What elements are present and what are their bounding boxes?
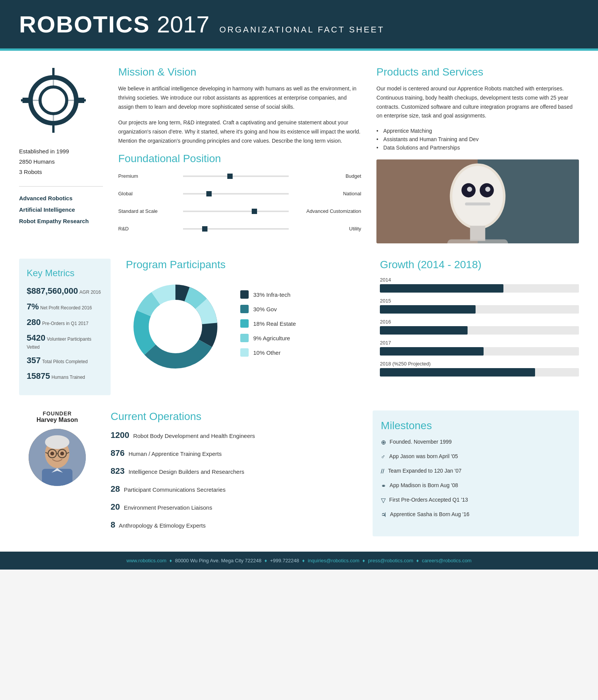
header: ROBOTICS 2017 ORGANIZATIONAL FACT SHEET <box>0 0 598 48</box>
fill-2018 <box>380 368 535 377</box>
svg-rect-11 <box>23 98 29 103</box>
legend-dot-5 <box>240 348 249 357</box>
svg-point-38 <box>60 452 64 455</box>
footer-website[interactable]: www.robotics.com <box>127 558 167 563</box>
fp-right-4: Utility <box>293 226 361 232</box>
ops-num-2: 876 <box>111 448 125 458</box>
key-metrics: Key Metrics $887,560,000 AGR 2016 7% Net… <box>19 259 111 395</box>
fp-track-4 <box>183 228 289 230</box>
founder-photo <box>29 429 86 486</box>
footer-phone: +999.722248 <box>270 558 299 563</box>
milestone-icon-2: ♂ <box>381 452 386 462</box>
milestone-icon-3: // <box>381 467 384 476</box>
founder-name: Harvey Mason <box>37 417 78 423</box>
legend: 33% Infra-tech 30% Gov 18% Real Estate 9… <box>240 290 365 363</box>
fp-row-2: Global National <box>118 188 361 199</box>
donut-section: 33% Infra-tech 30% Gov 18% Real Estate 9… <box>126 277 365 376</box>
legend-1: 33% Infra-tech <box>240 290 365 299</box>
milestone-text-4: App Madison is Born Aug '08 <box>390 481 458 489</box>
legend-3: 18% Real Estate <box>240 319 365 328</box>
footer-email-careers[interactable]: careers@robotics.com <box>422 558 471 563</box>
svg-point-28 <box>151 302 200 351</box>
svg-point-1 <box>40 87 67 114</box>
fp-right-1: Budget <box>293 173 361 179</box>
footer-email-press[interactable]: press@robotics.com <box>368 558 413 563</box>
legend-dot-4 <box>240 334 249 342</box>
fill-2017 <box>380 347 483 356</box>
km-1: $887,560,000 AGR 2016 <box>27 285 103 297</box>
fp-row-1: Premium Budget <box>118 171 361 182</box>
km-big-3: 280 <box>27 317 41 327</box>
divider <box>19 186 103 187</box>
ops-num-4: 28 <box>111 484 120 494</box>
org-info: Established in 1999 2850 Humans 3 Robots <box>19 146 103 177</box>
donut-chart <box>126 277 225 376</box>
ops-2: 876 Human / Apprentice Training Experts <box>111 447 357 459</box>
established: Established in 1999 <box>19 146 103 156</box>
svg-rect-21 <box>470 226 485 241</box>
growth-section: Growth (2014 - 2018) 2014 2015 2016 <box>380 259 579 395</box>
milestone-icon-5: ▽ <box>381 496 386 505</box>
ops-text-3: Intelligence Design Builders and Researc… <box>129 468 244 475</box>
fp-right-2: National <box>293 191 361 196</box>
milestone-6: ♃ Apprentice Sasha is Born Aug '16 <box>381 510 571 520</box>
fp-track-1 <box>183 175 289 177</box>
track-2014 <box>380 284 579 293</box>
mission-para1: We believe in artificial intelligence de… <box>118 84 361 111</box>
ops-num-6: 8 <box>111 520 115 529</box>
third-row: FOUNDER Harvey Mason <box>0 410 598 552</box>
km-small-2: Net Profit Recorded 2016 <box>40 305 92 311</box>
fp-left-2: Global <box>118 191 179 196</box>
svg-rect-39 <box>42 469 72 486</box>
fp-track-3 <box>183 211 289 212</box>
current-ops: Current Operations 1200 Robot Body Devel… <box>111 410 357 536</box>
growth-bar-2018: 2018 (%250 Projected) <box>380 361 579 377</box>
km-small-6: Humans Trained <box>51 375 85 380</box>
legend-label-3: 18% Real Estate <box>253 320 296 327</box>
milestone-text-5: First Pre-Orders Accepted Q1 '13 <box>389 496 468 504</box>
right-column: Products and Services Our model is cente… <box>376 66 579 243</box>
year-2014: 2014 <box>380 277 579 283</box>
footer-address: 80000 Wu Ping Ave. Mega City 722248 <box>175 558 261 563</box>
products-heading: Products and Services <box>376 66 579 78</box>
milestone-4: ⚭ App Madison is Born Aug '08 <box>381 481 571 491</box>
km-big-2: 7% <box>27 302 39 311</box>
products-bullets: Apprentice Matching Assistants and Human… <box>376 127 579 152</box>
km-big-1: $887,560,000 <box>27 286 78 296</box>
fp-left-4: R&D <box>118 226 179 232</box>
milestone-5: ▽ First Pre-Orders Accepted Q1 '13 <box>381 496 571 505</box>
ops-heading: Current Operations <box>111 410 357 423</box>
legend-dot-1 <box>240 290 249 299</box>
km-3: 280 Pre-Orders in Q1 2017 <box>27 317 103 328</box>
km-4: 5420 Volunteer Participants Vetted <box>27 332 103 351</box>
km-small-3: Pre-Orders in Q1 2017 <box>42 321 88 326</box>
humans-count: 2850 Humans <box>19 156 103 167</box>
robot-logo <box>19 66 88 135</box>
growth-bar-2015: 2015 <box>380 298 579 314</box>
ops-num-1: 1200 <box>111 430 129 440</box>
km-heading: Key Metrics <box>27 268 103 278</box>
milestone-3: // Team Expanded to 120 Jan '07 <box>381 467 571 476</box>
svg-point-15 <box>452 166 503 227</box>
milestone-text-3: Team Expanded to 120 Jan '07 <box>388 467 462 475</box>
specialty-3: Robot Empathy Research <box>19 216 103 227</box>
legend-dot-3 <box>240 319 249 328</box>
fp-marker-4 <box>202 226 207 232</box>
bullet-3: Data Solutions and Partnerships <box>376 143 579 152</box>
ops-text-6: Anthropology & Etimology Experts <box>119 522 206 529</box>
km-5: 357 Total Pilots Completed <box>27 355 103 367</box>
fp-marker-1 <box>227 174 233 179</box>
milestone-icon-4: ⚭ <box>381 481 386 491</box>
km-small-5: Total Pilots Completed <box>42 359 87 364</box>
page: ROBOTICS 2017 ORGANIZATIONAL FACT SHEET <box>0 0 598 570</box>
fp-marker-3 <box>252 209 257 214</box>
milestone-text-2: App Jason was born April '05 <box>389 452 458 460</box>
pp-heading: Program Participants <box>126 259 365 271</box>
track-2016 <box>380 326 579 335</box>
footer-email-inquiries[interactable]: inquiries@robotics.com <box>308 558 359 563</box>
legend-dot-2 <box>240 305 249 313</box>
year-2015: 2015 <box>380 298 579 304</box>
track-2015 <box>380 305 579 314</box>
legend-label-2: 30% Gov <box>253 306 277 312</box>
growth-heading: Growth (2014 - 2018) <box>380 259 579 271</box>
